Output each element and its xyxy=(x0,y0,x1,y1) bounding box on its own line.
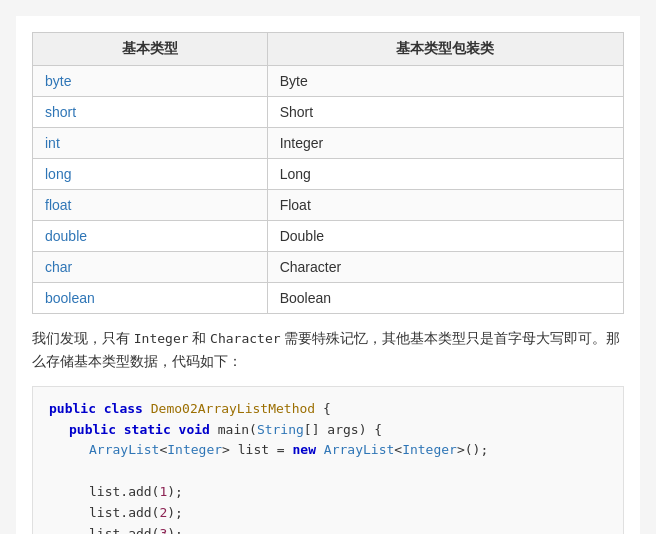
table-row: shortShort xyxy=(33,97,624,128)
wrapper-type-cell: Character xyxy=(267,252,623,283)
code-line-blank1 xyxy=(89,461,607,482)
code-line-4: list.add(1); xyxy=(89,482,607,503)
table-row: doubleDouble xyxy=(33,221,624,252)
code-block: public class Demo02ArrayListMethod { pub… xyxy=(32,386,624,534)
table-row: floatFloat xyxy=(33,190,624,221)
col1-header: 基本类型 xyxy=(33,33,268,66)
wrapper-type-cell: Integer xyxy=(267,128,623,159)
primitive-type-cell: long xyxy=(33,159,268,190)
table-row: charCharacter xyxy=(33,252,624,283)
code-line-2: public static void main(String[] args) { xyxy=(69,420,607,441)
primitive-type-cell: short xyxy=(33,97,268,128)
wrapper-type-cell: Short xyxy=(267,97,623,128)
wrapper-type-cell: Boolean xyxy=(267,283,623,314)
primitive-type-cell: boolean xyxy=(33,283,268,314)
primitive-type-cell: char xyxy=(33,252,268,283)
table-row: intInteger xyxy=(33,128,624,159)
primitive-type-cell: byte xyxy=(33,66,268,97)
wrapper-type-cell: Double xyxy=(267,221,623,252)
wrapper-type-cell: Long xyxy=(267,159,623,190)
table-row: booleanBoolean xyxy=(33,283,624,314)
wrapper-type-cell: Byte xyxy=(267,66,623,97)
description-text: 我们发现，只有 Integer 和 Character 需要特殊记忆，其他基本类… xyxy=(32,328,624,374)
main-container: 基本类型 基本类型包装类 byteByteshortShortintIntege… xyxy=(16,16,640,534)
wrapper-type-cell: Float xyxy=(267,190,623,221)
table-row: byteByte xyxy=(33,66,624,97)
col2-header: 基本类型包装类 xyxy=(267,33,623,66)
code-line-1: public class Demo02ArrayListMethod { xyxy=(49,399,607,420)
primitive-type-cell: float xyxy=(33,190,268,221)
code-line-6: list.add(3); xyxy=(89,524,607,534)
primitive-type-cell: double xyxy=(33,221,268,252)
table-row: longLong xyxy=(33,159,624,190)
primitive-type-cell: int xyxy=(33,128,268,159)
code-line-5: list.add(2); xyxy=(89,503,607,524)
type-table: 基本类型 基本类型包装类 byteByteshortShortintIntege… xyxy=(32,32,624,314)
code-line-3: ArrayList<Integer> list = new ArrayList<… xyxy=(89,440,607,461)
